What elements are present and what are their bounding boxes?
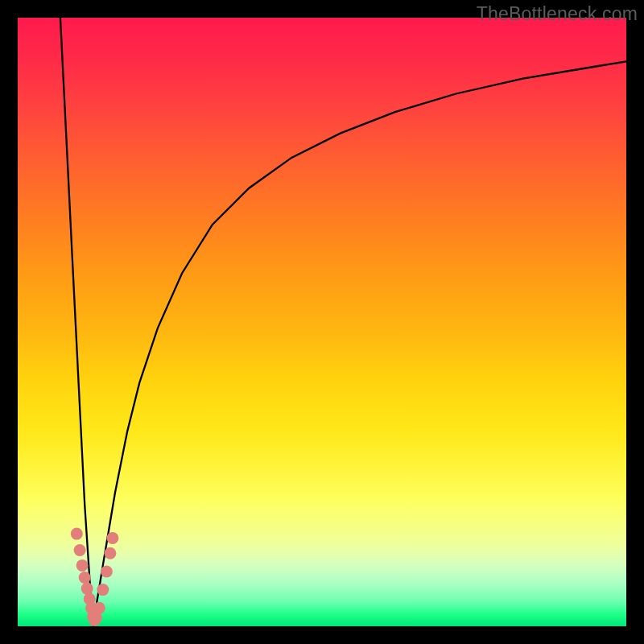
scatter-dot bbox=[76, 559, 89, 572]
plot-area bbox=[18, 18, 626, 626]
scatter-dot bbox=[81, 583, 93, 595]
scatter-dot bbox=[79, 572, 91, 584]
scatter-dot bbox=[97, 584, 109, 596]
scatter-dot bbox=[101, 566, 113, 578]
chart-frame: TheBottleneck.com bbox=[0, 0, 644, 644]
scatter-layer bbox=[18, 18, 626, 626]
scatter-dot bbox=[71, 528, 83, 540]
scatter-dot bbox=[106, 532, 118, 544]
watermark-text: TheBottleneck.com bbox=[477, 3, 638, 25]
scatter-dot bbox=[104, 547, 116, 559]
scatter-dot bbox=[74, 544, 86, 556]
scatter-dot bbox=[93, 602, 105, 614]
